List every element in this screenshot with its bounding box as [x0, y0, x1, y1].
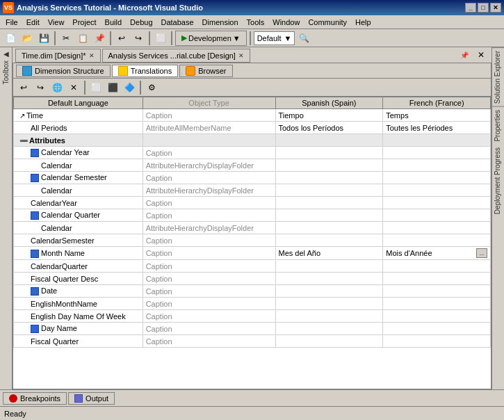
close-btn[interactable]: ✕ — [490, 3, 501, 13]
tb2-btn5[interactable]: ⬜ — [88, 80, 104, 95]
tab-cube-close[interactable]: ✕ — [238, 52, 244, 59]
deployment-progress-label[interactable]: Deployment Progress — [492, 145, 504, 217]
col-header-default: Default Language — [14, 97, 143, 109]
table-cell-spanish[interactable] — [275, 335, 383, 348]
tb2-btn4[interactable]: ✕ — [66, 80, 81, 95]
table-cell-spanish[interactable] — [275, 209, 383, 222]
table-cell-french[interactable] — [383, 310, 491, 323]
table-cell-spanish[interactable] — [275, 298, 383, 310]
table-cell-french[interactable] — [383, 209, 491, 222]
table-cell-spanish[interactable] — [275, 310, 383, 323]
table-cell-french[interactable] — [383, 172, 491, 184]
table-cell-spanish[interactable]: Todos los Períodos — [275, 122, 383, 134]
table-cell-french[interactable]: Mois d'Année... — [383, 247, 491, 260]
output-icon — [74, 394, 83, 403]
table-cell-french[interactable] — [383, 273, 491, 285]
table-cell-spanish[interactable] — [275, 159, 383, 172]
table-cell-french[interactable] — [383, 184, 491, 197]
table-cell-spanish[interactable] — [275, 323, 383, 335]
table-cell-objtype: Caption — [143, 273, 275, 285]
tb2-btn6[interactable]: ⬛ — [105, 80, 120, 95]
misc-btn1[interactable]: ⬜ — [153, 31, 168, 46]
tab-dimension-structure[interactable]: Dimension Structure — [16, 65, 111, 77]
table-cell-french[interactable] — [383, 159, 491, 172]
table-cell-objtype: Caption — [143, 209, 275, 222]
extra-btn[interactable]: 🔍 — [296, 31, 311, 46]
tb2-sep2 — [140, 81, 141, 95]
table-cell-spanish[interactable] — [275, 234, 383, 247]
menu-edit[interactable]: Edit — [22, 17, 44, 28]
undo-btn[interactable]: ↩ — [114, 31, 129, 46]
tb2-btn3[interactable]: 🌐 — [49, 80, 65, 95]
menu-help[interactable]: Help — [351, 17, 375, 28]
table-cell-spanish[interactable] — [275, 273, 383, 285]
table-cell-french[interactable] — [383, 335, 491, 348]
table-cell-spanish[interactable] — [275, 147, 383, 159]
solution-explorer-label[interactable]: Solution Explorer — [492, 47, 504, 106]
run-config-btn[interactable]: ▶ Developmen ▼ — [175, 31, 247, 46]
config-dropdown[interactable]: Default ▼ — [254, 31, 295, 45]
table-cell-spanish[interactable] — [275, 134, 383, 147]
table-cell-french[interactable]: Toutes les Périodes — [383, 122, 491, 134]
paste-btn[interactable]: 📌 — [92, 31, 107, 46]
table-cell-french[interactable] — [383, 298, 491, 310]
table-cell-french[interactable] — [383, 222, 491, 234]
table-cell-french[interactable] — [383, 285, 491, 298]
properties-label[interactable]: Properties — [492, 106, 504, 145]
table-cell-spanish[interactable] — [275, 285, 383, 298]
table-cell-french[interactable] — [383, 260, 491, 273]
run-label: Developmen — [188, 34, 231, 42]
table-row: All Periods — [14, 122, 143, 134]
tab-output[interactable]: Output — [68, 392, 115, 405]
tab-translations[interactable]: Translations — [112, 65, 179, 77]
menu-window[interactable]: Window — [268, 17, 304, 28]
menu-file[interactable]: File — [1, 17, 22, 28]
menu-view[interactable]: View — [44, 17, 69, 28]
open-btn[interactable]: 📂 — [19, 31, 35, 46]
table-cell-spanish[interactable]: Tiempo — [275, 109, 383, 122]
cell-edit-btn[interactable]: ... — [476, 248, 487, 258]
minimize-btn[interactable]: _ — [465, 3, 476, 13]
maximize-btn[interactable]: □ — [478, 3, 489, 13]
tab-breakpoints[interactable]: Breakpoints — [3, 392, 67, 405]
table-cell-spanish[interactable] — [275, 172, 383, 184]
table-row: Calendar — [14, 222, 143, 234]
save-btn[interactable]: 💾 — [36, 31, 51, 46]
tab-timedim[interactable]: Time.dim [Design]* ✕ — [15, 49, 101, 63]
tb2-btn7[interactable]: 🔷 — [122, 80, 137, 95]
table-cell-spanish[interactable]: Mes del Año — [275, 247, 383, 260]
tab-timedim-close[interactable]: ✕ — [89, 52, 95, 59]
menu-database[interactable]: Database — [157, 17, 198, 28]
menu-debug[interactable]: Debug — [126, 17, 156, 28]
menu-community[interactable]: Community — [304, 17, 351, 28]
table-row: English Day Name Of Week — [14, 310, 143, 323]
copy-btn[interactable]: 📋 — [75, 31, 90, 46]
new-btn[interactable]: 📄 — [3, 31, 18, 46]
table-cell-french[interactable]: Temps — [383, 109, 491, 122]
table-cell-french[interactable] — [383, 323, 491, 335]
menu-tools[interactable]: Tools — [243, 17, 269, 28]
dimstruct-icon — [22, 66, 32, 76]
table-cell-french[interactable] — [383, 147, 491, 159]
tab-pin-btn[interactable]: 📌 — [457, 47, 472, 63]
table-cell-spanish[interactable] — [275, 197, 383, 209]
tab-cube[interactable]: Analysis Services ...rial.cube [Design] … — [102, 49, 250, 63]
menu-build[interactable]: Build — [101, 17, 126, 28]
redo-btn[interactable]: ↪ — [131, 31, 146, 46]
cut-btn[interactable]: ✂ — [58, 31, 74, 46]
toolbox-label[interactable]: Toolbox — [1, 58, 11, 87]
tb2-btn2[interactable]: ↪ — [33, 80, 48, 95]
table-cell-spanish[interactable] — [275, 222, 383, 234]
tab-browser[interactable]: Browser — [179, 65, 232, 77]
tb2-btn8[interactable]: ⚙ — [144, 80, 159, 95]
tb2-btn1[interactable]: ↩ — [16, 80, 31, 95]
table-cell-spanish[interactable] — [275, 260, 383, 273]
menu-dimension[interactable]: Dimension — [198, 17, 243, 28]
translations-table: Default Language Object Type Spanish (Sp… — [13, 97, 491, 389]
table-cell-spanish[interactable] — [275, 184, 383, 197]
menu-project[interactable]: Project — [68, 17, 100, 28]
table-cell-french[interactable] — [383, 234, 491, 247]
table-cell-french[interactable] — [383, 134, 491, 147]
table-cell-french[interactable] — [383, 197, 491, 209]
tab-close-btn[interactable]: ✕ — [473, 47, 489, 63]
